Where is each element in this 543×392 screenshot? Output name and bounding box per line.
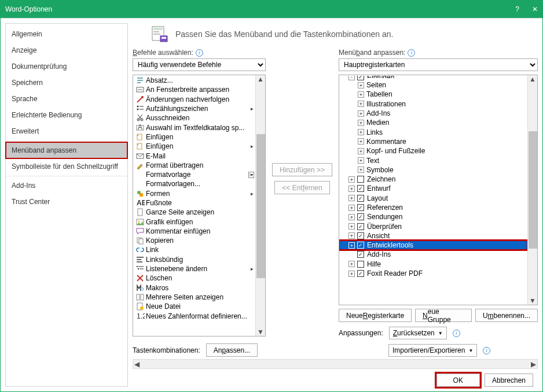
tree-item[interactable]: +Foxit Reader PDF [339,269,527,278]
expander-icon[interactable]: + [358,148,364,154]
scrollbar-horizontal[interactable]: ◀▶ [133,359,538,369]
checkbox[interactable] [357,213,364,220]
checkbox[interactable] [357,223,364,230]
expander-icon[interactable]: + [358,101,364,107]
import-export-dropdown[interactable]: Importieren/Exportieren▼ [388,344,477,357]
command-item[interactable]: Kopieren [133,236,255,245]
sidebar-item-erleichterte-bedienung[interactable]: Erleichterte Bedienung [6,107,127,123]
command-item[interactable]: Kommentar einfügen [133,227,255,236]
command-item[interactable]: Formen▸ [133,189,255,198]
command-item[interactable]: Aufzählungszeichen▸ [133,104,255,113]
expander-icon[interactable]: + [348,271,355,277]
command-item[interactable]: Absatz... [133,76,255,85]
tree-item[interactable]: +Tabellen [339,90,527,99]
checkbox[interactable] [357,261,364,268]
tree-item[interactable]: +Add-Ins [339,109,527,118]
tree-item[interactable]: +Seiten [339,80,527,90]
command-item[interactable]: Linksbündig [133,255,255,264]
expander-icon[interactable]: + [348,214,355,220]
sidebar-item-symbolleiste-f-r-den-schnellzugriff[interactable]: Symbolleiste für den Schnellzugriff [6,158,127,175]
checkbox[interactable] [357,195,364,202]
expander-icon[interactable]: + [358,167,364,173]
command-item[interactable]: Einfügen▸ [133,142,255,151]
tree-item[interactable]: +Zeichnen [339,175,527,184]
checkbox[interactable] [357,242,364,249]
scrollbar-vertical[interactable]: ▲▼ [255,75,265,336]
command-item[interactable]: Einfügen [133,132,255,142]
command-item[interactable]: Ganze Seite anzeigen [133,208,255,217]
expander-icon[interactable]: + [348,223,355,230]
command-item[interactable]: Neue Datei [133,302,255,311]
commands-listbox[interactable]: Absatz...An Fensterbreite anpassenÄnderu… [133,75,266,336]
tree-item[interactable]: +Kommentare [339,137,527,146]
tree-item[interactable]: +Links [339,127,527,136]
tree-item[interactable]: +Ansicht [339,231,527,241]
expander-icon[interactable]: + [358,91,364,98]
sidebar-item-anzeige[interactable]: Anzeige [6,42,127,58]
command-item[interactable]: Löschen [133,273,255,283]
command-item[interactable]: Makros [133,283,255,293]
scrollbar-vertical[interactable]: ▲▼ [527,75,537,305]
expander-icon[interactable]: + [358,157,364,164]
checkbox[interactable] [357,204,364,211]
checkbox[interactable] [357,185,364,192]
tree-item[interactable]: +Referenzen [339,203,527,212]
command-item[interactable]: 1.2Neues Zahlenformat definieren... [133,311,255,320]
expander-icon[interactable]: + [348,242,355,249]
expander-icon[interactable]: + [348,205,355,211]
sidebar-item-men-band-anpassen[interactable]: Menüband anpassen [6,142,127,158]
sidebar-item-speichern[interactable]: Speichern [6,75,127,91]
sidebar-item-dokumentpr-fung[interactable]: Dokumentprüfung [6,58,127,75]
expander-icon[interactable]: + [358,138,364,145]
remove-button[interactable]: << Entfernen [274,181,329,194]
new-group-button[interactable]: Neue Gruppe [415,309,472,322]
close-icon[interactable]: ✕ [532,5,538,13]
info-icon[interactable]: i [408,49,415,57]
tree-item[interactable]: +Symbole [339,165,527,175]
checkbox[interactable] [357,176,364,183]
tree-item[interactable]: +Text [339,156,527,165]
tree-item[interactable]: +Illustrationen [339,99,527,109]
ribbon-tabs-select[interactable]: Hauptregisterkarten [339,58,538,71]
add-button[interactable]: Hinzufügen >> [272,163,332,176]
command-item[interactable]: E-Mail [133,151,255,160]
ok-button[interactable]: OK [436,373,480,387]
expander-icon[interactable]: - [348,76,355,80]
expander-icon[interactable]: + [358,110,364,117]
command-item[interactable]: AAuswahl im Textfeldkatalog sp... [133,123,255,132]
tree-item[interactable]: +Entwicklertools [339,241,527,250]
expander-icon[interactable]: + [358,129,364,135]
info-icon[interactable]: i [483,347,490,354]
reset-dropdown[interactable]: Zurücksetzen▼ [389,327,447,339]
tree-item[interactable]: -Einfügen [339,76,527,80]
command-item[interactable]: An Fensterbreite anpassen [133,85,255,94]
command-item[interactable]: Listenebene ändern▸ [133,264,255,273]
expander-icon[interactable]: + [348,261,355,267]
new-tab-button[interactable]: Neue Registerkarte [339,309,412,322]
command-item[interactable]: FormatvorlageI▾ [133,170,255,179]
command-item[interactable]: Ausschneiden [133,113,255,123]
expander-icon[interactable]: + [348,195,355,201]
checkbox[interactable] [357,251,364,258]
tree-item[interactable]: Add-Ins [339,250,527,259]
info-icon[interactable]: i [196,49,203,57]
tree-item[interactable]: +Kopf- und Fußzeile [339,146,527,156]
sidebar-item-trust-center[interactable]: Trust Center [6,194,127,210]
command-item[interactable]: Link [133,245,255,254]
help-icon[interactable]: ? [515,5,519,13]
tree-item[interactable]: +Überprüfen [339,221,527,231]
expander-icon[interactable]: + [348,176,355,183]
rename-button[interactable]: Umbenennen... [475,309,538,322]
sidebar-item-add-ins[interactable]: Add-Ins [6,177,127,194]
command-item[interactable]: Format übertragen [133,161,255,170]
tree-item[interactable]: +Sendungen [339,212,527,221]
tree-item[interactable]: +Entwurf [339,184,527,193]
expander-icon[interactable]: + [348,186,355,192]
checkbox[interactable] [357,270,364,277]
tree-item[interactable]: +Hilfe [339,260,527,269]
command-item[interactable]: Mehrere Seiten anzeigen [133,293,255,302]
tree-item[interactable]: +Layout [339,194,527,203]
customize-shortcuts-button[interactable]: Anpassen... [206,343,258,357]
info-icon[interactable]: i [453,330,460,337]
expander-icon[interactable]: + [358,120,364,126]
